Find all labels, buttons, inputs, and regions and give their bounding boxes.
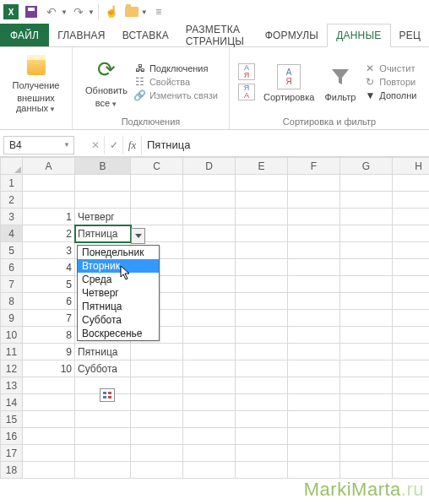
open-dropdown-icon[interactable]: ▼ bbox=[141, 8, 148, 16]
tab-review[interactable]: РЕЦ bbox=[391, 24, 430, 46]
filter-button[interactable]: Фильтр bbox=[323, 62, 357, 103]
col-header[interactable]: H bbox=[393, 158, 430, 175]
select-all-corner[interactable] bbox=[1, 158, 23, 175]
sort-desc-button[interactable]: ЯА bbox=[238, 84, 255, 100]
autocomplete-item[interactable]: Понедельник bbox=[78, 246, 159, 259]
cell[interactable]: Пятница bbox=[75, 344, 131, 360]
group-sort-filter: АЯ ЯА АЯ Сортировка Фильтр ✕ Очистит ↻ bbox=[230, 47, 429, 129]
col-header[interactable]: G bbox=[340, 158, 393, 175]
autocomplete-item[interactable]: Среда bbox=[78, 273, 159, 286]
cell[interactable]: Суббота bbox=[75, 360, 131, 377]
database-icon bbox=[27, 55, 46, 75]
connections-button[interactable]: 🖧 Подключения bbox=[134, 62, 218, 74]
chevron-down-icon[interactable]: ▼ bbox=[63, 141, 70, 149]
properties-button[interactable]: ☷ Свойства bbox=[134, 76, 218, 88]
tab-formulas[interactable]: ФОРМУЛЫ bbox=[257, 24, 327, 46]
sort-asc-button[interactable]: АЯ bbox=[238, 63, 255, 80]
row-header[interactable]: 15 bbox=[1, 411, 23, 428]
row-header[interactable]: 2 bbox=[1, 192, 23, 209]
open-button[interactable] bbox=[122, 3, 141, 21]
accept-button[interactable]: ✓ bbox=[105, 136, 123, 154]
advanced-filter-button[interactable]: ▼ Дополни bbox=[364, 89, 416, 101]
grid[interactable]: A B C D E F G H 1 2 31Четверг 42Пятница … bbox=[0, 157, 429, 479]
redo-button[interactable]: ↷ bbox=[69, 3, 88, 21]
ribbon-tabs: ФАЙЛ ГЛАВНАЯ ВСТАВКА РАЗМЕТКА СТРАНИЦЫ Ф… bbox=[0, 24, 429, 47]
row-header[interactable]: 6 bbox=[1, 259, 23, 276]
save-button[interactable] bbox=[22, 3, 41, 21]
autocomplete-list[interactable]: Понедельник Вторник Среда Четверг Пятниц… bbox=[77, 245, 160, 341]
redo-dropdown-icon[interactable]: ▼ bbox=[88, 8, 95, 16]
row-header[interactable]: 12 bbox=[1, 360, 23, 377]
autofill-options-button[interactable] bbox=[100, 388, 115, 402]
row-header[interactable]: 14 bbox=[1, 394, 23, 411]
row-header[interactable]: 1 bbox=[1, 175, 23, 192]
row-header[interactable]: 11 bbox=[1, 344, 23, 360]
row-header[interactable]: 7 bbox=[1, 276, 23, 293]
edit-links-button[interactable]: 🔗 Изменить связи bbox=[134, 89, 218, 101]
autocomplete-dropdown-button[interactable] bbox=[131, 228, 145, 244]
group-external-data: Получение внешних данных ▼ bbox=[0, 47, 73, 129]
cell[interactable]: 1 bbox=[23, 209, 75, 225]
autocomplete-item[interactable]: Воскресенье bbox=[78, 327, 159, 340]
col-header[interactable]: E bbox=[236, 158, 288, 175]
tab-home[interactable]: ГЛАВНАЯ bbox=[49, 24, 113, 46]
autocomplete-item[interactable]: Пятница bbox=[78, 300, 159, 313]
row-header[interactable]: 3 bbox=[1, 209, 23, 225]
cell[interactable]: 3 bbox=[23, 242, 75, 259]
row-header[interactable]: 4 bbox=[1, 225, 23, 242]
autocomplete-item[interactable]: Четверг bbox=[78, 286, 159, 300]
reapply-filter-button[interactable]: ↻ Повтори bbox=[364, 76, 416, 88]
properties-icon: ☷ bbox=[134, 76, 146, 88]
col-header[interactable]: D bbox=[183, 158, 236, 175]
cell[interactable]: 6 bbox=[23, 293, 75, 310]
cell[interactable]: 8 bbox=[23, 327, 75, 344]
row-header[interactable]: 17 bbox=[1, 445, 23, 462]
col-header[interactable]: C bbox=[131, 158, 183, 175]
touch-mode-button[interactable] bbox=[102, 3, 121, 21]
tab-insert[interactable]: ВСТАВКА bbox=[114, 24, 177, 46]
refresh-all-button[interactable]: ⟳ Обновить все ▼ bbox=[84, 55, 129, 108]
autocomplete-item[interactable]: Вторник bbox=[78, 259, 159, 273]
row-header[interactable]: 8 bbox=[1, 293, 23, 310]
col-header[interactable]: F bbox=[288, 158, 340, 175]
formula-input[interactable] bbox=[142, 136, 429, 154]
cell[interactable]: 2 bbox=[23, 225, 75, 242]
row-header[interactable]: 18 bbox=[1, 462, 23, 479]
quick-access-toolbar: X ↶ ▼ ↷ ▼ ▼ ≡ bbox=[0, 0, 429, 24]
tab-page-layout[interactable]: РАЗМЕТКА СТРАНИЦЫ bbox=[177, 24, 257, 46]
cell[interactable]: Четверг bbox=[75, 209, 131, 225]
autocomplete-item[interactable]: Суббота bbox=[78, 313, 159, 327]
cell[interactable]: 4 bbox=[23, 259, 75, 276]
excel-logo: X bbox=[2, 3, 20, 21]
undo-button[interactable]: ↶ bbox=[42, 3, 61, 21]
spreadsheet: A B C D E F G H 1 2 31Четверг 42Пятница … bbox=[0, 157, 429, 479]
qat-separator bbox=[98, 4, 99, 19]
undo-dropdown-icon[interactable]: ▼ bbox=[61, 8, 68, 16]
funnel-icon bbox=[330, 68, 350, 86]
row-header[interactable]: 10 bbox=[1, 327, 23, 344]
qat-customize-button[interactable]: ≡ bbox=[149, 3, 168, 21]
cancel-button[interactable]: ✕ bbox=[86, 136, 105, 154]
row-header[interactable]: 13 bbox=[1, 377, 23, 394]
cell[interactable]: 9 bbox=[23, 344, 75, 360]
clear-filter-button[interactable]: ✕ Очистит bbox=[364, 62, 416, 74]
tab-data[interactable]: ДАННЫЕ bbox=[327, 24, 390, 47]
row-header[interactable]: 16 bbox=[1, 428, 23, 445]
formula-bar: B4 ▼ ✕ ✓ fx bbox=[0, 130, 429, 157]
fx-button[interactable]: fx bbox=[123, 136, 142, 154]
reapply-icon: ↻ bbox=[364, 76, 376, 88]
name-box[interactable]: B4 ▼ bbox=[3, 136, 74, 154]
row-header[interactable]: 5 bbox=[1, 242, 23, 259]
advanced-icon: ▼ bbox=[364, 89, 376, 101]
sort-button[interactable]: АЯ Сортировка bbox=[262, 62, 316, 103]
get-external-data-button[interactable]: Получение внешних данных ▼ bbox=[5, 50, 67, 114]
col-header[interactable]: A bbox=[23, 158, 75, 175]
tab-file[interactable]: ФАЙЛ bbox=[0, 24, 49, 46]
group-connections: ⟳ Обновить все ▼ 🖧 Подключения ☷ Свойств… bbox=[73, 47, 230, 129]
active-cell[interactable]: Пятница bbox=[75, 225, 131, 242]
cell[interactable]: 7 bbox=[23, 310, 75, 327]
row-header[interactable]: 9 bbox=[1, 310, 23, 327]
cell[interactable]: 10 bbox=[23, 360, 75, 377]
col-header[interactable]: B bbox=[75, 158, 131, 175]
cell[interactable]: 5 bbox=[23, 276, 75, 293]
